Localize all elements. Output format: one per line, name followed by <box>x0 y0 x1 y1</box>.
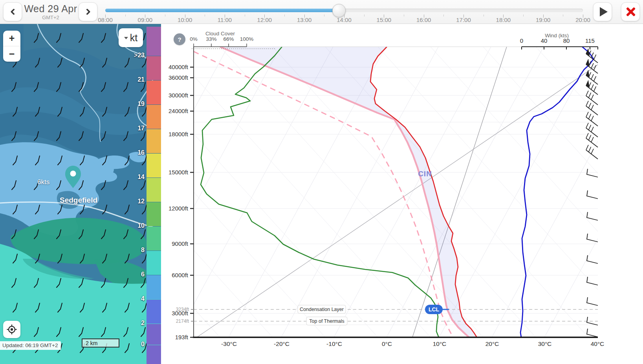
legend-value-label: 19 <box>124 101 145 108</box>
legend-color-segment <box>147 202 161 226</box>
slider-tick <box>205 15 205 16</box>
legend-value-label: 8 <box>124 247 145 254</box>
legend-value-label: 14 <box>124 174 145 181</box>
legend-color-segment <box>147 105 161 129</box>
slider-fill <box>105 9 339 12</box>
legend-color-segment <box>147 154 161 177</box>
cloud-cover-tick-label: 0% <box>190 36 198 42</box>
chevron-left-icon <box>10 9 17 15</box>
slider-tick <box>364 15 365 16</box>
place-name-label: Sedgefield <box>47 196 110 205</box>
timezone-label: GMT+2 <box>23 15 79 20</box>
slider-time-label: 20:00 <box>571 16 595 23</box>
altitude-tick-label: 6000ft <box>172 272 189 278</box>
slider-tick <box>165 15 165 16</box>
altitude-tick-label: 24000ft <box>169 108 189 114</box>
temperature-tick-label: -20°C <box>274 340 289 347</box>
legend-value-label: >23 <box>124 52 145 59</box>
special-level-label: 3234ft <box>176 307 189 312</box>
wind-map[interactable]: 6kts Sedgefield + − kt Updated: 06:19 GM… <box>0 24 161 364</box>
slider-tick <box>443 15 444 16</box>
legend-color-segment <box>147 178 161 202</box>
temperature-tick-label: -30°C <box>221 340 237 347</box>
chevron-right-icon <box>84 9 90 15</box>
close-icon <box>625 7 636 17</box>
slider-time-label: 12:00 <box>253 16 276 23</box>
slider-handle[interactable] <box>332 4 346 17</box>
level-annotation-label: Top of Thermals <box>309 318 344 324</box>
wind-axis-tick-label: 115 <box>585 37 595 44</box>
special-level-label: 2174ft <box>176 318 189 324</box>
legend-color-segment <box>147 80 161 104</box>
unit-label: kt <box>130 32 137 44</box>
slider-tick <box>523 15 524 16</box>
zoom-out-button[interactable]: − <box>3 46 20 62</box>
slider-time-label: 16:00 <box>412 16 436 23</box>
altitude-tick-label: 9000ft <box>172 240 189 247</box>
altitude-tick-label: 40000ft <box>169 64 189 70</box>
altitude-tick-label: 18000ft <box>169 131 189 137</box>
slider-tick <box>245 15 245 16</box>
map-canvas[interactable] <box>0 24 161 364</box>
legend-value-label: 16 <box>124 149 145 156</box>
legend-value-label: 6 <box>124 271 145 278</box>
lcl-label: LCL <box>429 306 440 313</box>
slider-tick <box>284 15 285 16</box>
map-zoom-control: + − <box>3 31 20 62</box>
temperature-tick-label: 40°C <box>591 340 605 347</box>
cloud-cover-tick-label: 100% <box>240 36 254 42</box>
cloud-cover-tick-label: 33% <box>206 36 216 42</box>
cin-label: CIN <box>418 170 432 178</box>
caret-down-icon <box>124 37 128 39</box>
skewt-chart: 40000ft36000ft30000ft24000ft18000ft15000… <box>161 24 643 364</box>
close-button[interactable] <box>621 2 640 21</box>
legend-value-label: 4 <box>124 295 145 302</box>
altitude-tick-label: 15000ft <box>169 169 189 176</box>
legend-color-segment <box>147 300 161 324</box>
slider-time-label: 11:00 <box>213 16 236 23</box>
legend-value-label: 0 <box>124 341 145 348</box>
slider-tick <box>484 15 484 16</box>
temperature-tick-label: -10°C <box>326 340 342 347</box>
altitude-tick-label: 193ft <box>175 334 189 340</box>
temperature-tick-label: 30°C <box>538 340 552 347</box>
slider-tick <box>563 15 563 16</box>
zoom-in-button[interactable]: + <box>3 31 20 46</box>
slider-time-label: 14:00 <box>332 16 356 23</box>
legend-color-segment <box>147 324 161 345</box>
slider-time-label: 10:00 <box>173 16 197 23</box>
updated-timestamp: Updated: 06:19 GMT+2 <box>0 341 61 350</box>
slider-tick <box>324 15 324 16</box>
slider-time-label: 18:00 <box>491 16 515 23</box>
time-slider[interactable]: 08:0009:0010:0011:0012:0013:0014:0015:00… <box>105 0 583 24</box>
slider-time-label: 17:00 <box>452 16 475 23</box>
slider-time-label: 15:00 <box>372 16 396 23</box>
sounding-panel: ? Cloud Cover Wind (kts) 40000ft36000ft3… <box>161 24 643 364</box>
map-scale-label: 2 km <box>86 340 119 346</box>
legend-value-label: 2 <box>124 320 145 327</box>
prev-day-button[interactable] <box>3 2 22 21</box>
current-date: Wed 29 Apr <box>23 3 79 15</box>
slider-tick <box>404 15 404 16</box>
legend-color-segment <box>147 275 161 299</box>
legend-color-segment <box>147 227 161 251</box>
map-scale-bar: 2 km <box>82 338 119 348</box>
temperature-tick-label: 20°C <box>485 340 499 347</box>
slider-time-label: 09:00 <box>133 16 157 23</box>
legend-color-segment <box>147 251 161 275</box>
legend-value-label: 17 <box>124 125 145 132</box>
play-button[interactable] <box>593 2 612 21</box>
slider-time-label: 19:00 <box>531 16 555 23</box>
legend-value-label: 12 <box>124 198 145 205</box>
sounding-wind-barbs <box>586 49 598 337</box>
cloud-cover-tick-label: 66% <box>223 36 234 42</box>
slider-time-label: 08:00 <box>93 16 117 23</box>
wind-speed-label: 6kts <box>37 178 49 186</box>
legend-color-segment <box>147 129 161 153</box>
level-annotation-label: Condensation Layer <box>300 307 344 312</box>
unit-selector-button[interactable]: kt <box>119 28 143 47</box>
wind-axis-tick-label: 80 <box>563 37 570 44</box>
locate-me-button[interactable] <box>3 321 20 338</box>
slider-tick <box>125 15 126 16</box>
altitude-tick-label: 36000ft <box>169 74 189 81</box>
